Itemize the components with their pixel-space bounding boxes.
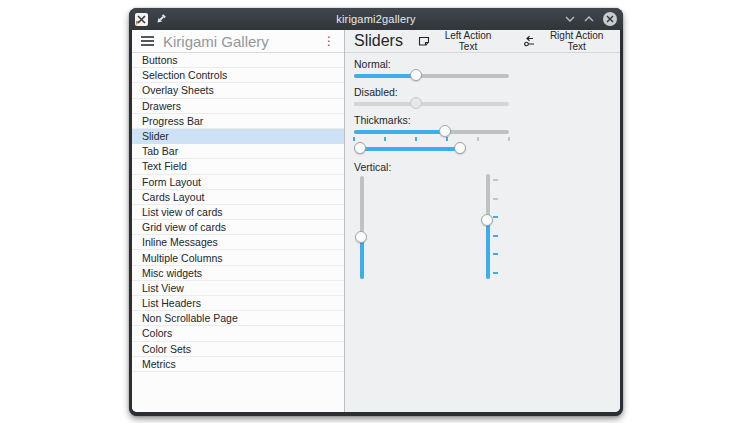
sidebar-item-list-view-of-cards[interactable]: List view of cards <box>132 205 344 220</box>
slider-track <box>357 147 465 151</box>
window-title: kirigami2gallery <box>129 13 623 25</box>
range-handle-low[interactable] <box>354 142 366 154</box>
sidebar-item-progress-bar[interactable]: Progress Bar <box>132 114 344 129</box>
tick-marks <box>354 136 509 141</box>
tick-mark <box>493 216 498 218</box>
slider-handle[interactable] <box>355 231 367 243</box>
page-title: Sliders <box>354 32 403 50</box>
sidebar-item-list-headers[interactable]: List Headers <box>132 296 344 311</box>
main-pane: Sliders Left Action Text Right <box>345 30 620 412</box>
slider-handle[interactable] <box>410 69 422 81</box>
close-icon[interactable] <box>603 12 617 26</box>
sidebar-item-text-field[interactable]: Text Field <box>132 159 344 174</box>
sidebar-item-cards-layout[interactable]: Cards Layout <box>132 190 344 205</box>
tick-mark <box>493 235 498 237</box>
sidebar-list: ButtonsSelection ControlsOverlay SheetsD… <box>132 53 344 412</box>
tick-mark <box>493 179 498 181</box>
sliders-page: Normal: Disabled: Thickmarks: <box>345 53 620 412</box>
sidebar-item-misc-widgets[interactable]: Misc widgets <box>132 266 344 281</box>
sidebar-item-colors[interactable]: Colors <box>132 326 344 341</box>
thickmarks-slider[interactable] <box>354 125 509 139</box>
sidebar-item-form-layout[interactable]: Form Layout <box>132 175 344 190</box>
sidebar-header: Kirigami Gallery ⋮ <box>132 30 344 53</box>
chevron-down-icon[interactable] <box>565 16 575 22</box>
sidebar-title: Kirigami Gallery <box>163 33 314 50</box>
sidebar-item-drawers[interactable]: Drawers <box>132 99 344 114</box>
vertical-label: Vertical: <box>354 161 391 173</box>
sidebar: Kirigami Gallery ⋮ ButtonsSelection Cont… <box>132 30 345 412</box>
app-icon[interactable] <box>135 13 148 26</box>
tick-mark <box>384 137 386 141</box>
app-window: kirigami2gallery Kirigami <box>129 8 623 416</box>
tick-mark <box>477 137 479 141</box>
tick-marks <box>492 180 498 273</box>
range-slider[interactable] <box>354 142 468 156</box>
slider-fill <box>354 74 417 78</box>
sidebar-item-list-view[interactable]: List View <box>132 281 344 296</box>
sidebar-item-tab-bar[interactable]: Tab Bar <box>132 144 344 159</box>
disabled-slider <box>354 97 509 111</box>
tick-mark <box>508 137 510 141</box>
vertical-slider-left[interactable] <box>355 176 369 279</box>
sidebar-item-non-scrollable-page[interactable]: Non Scrollable Page <box>132 311 344 326</box>
sidebar-item-color-sets[interactable]: Color Sets <box>132 342 344 357</box>
tick-mark <box>353 137 355 141</box>
tick-mark <box>493 272 498 274</box>
adjust-icon <box>523 35 535 47</box>
chevron-up-icon[interactable] <box>584 16 594 22</box>
tick-mark <box>493 198 498 200</box>
sidebar-item-overlay-sheets[interactable]: Overlay Sheets <box>132 83 344 98</box>
tick-mark <box>446 137 448 141</box>
slider-fill <box>486 219 490 279</box>
slider-handle <box>410 97 422 109</box>
right-action-label: Right Action Text <box>540 30 613 52</box>
left-action-label: Left Action Text <box>435 30 501 52</box>
pin-icon[interactable] <box>155 13 167 25</box>
titlebar[interactable]: kirigami2gallery <box>129 8 623 30</box>
sidebar-item-metrics[interactable]: Metrics <box>132 357 344 372</box>
tick-mark <box>415 137 417 141</box>
range-handle-high[interactable] <box>454 142 466 154</box>
sidebar-item-inline-messages[interactable]: Inline Messages <box>132 235 344 250</box>
sidebar-item-buttons[interactable]: Buttons <box>132 53 344 68</box>
overflow-menu-icon[interactable]: ⋮ <box>323 35 335 47</box>
normal-slider[interactable] <box>354 69 509 83</box>
right-action-button[interactable]: Right Action Text <box>516 30 620 54</box>
sidebar-item-slider[interactable]: Slider <box>132 129 344 144</box>
tick-mark <box>493 253 498 255</box>
folder-icon <box>418 35 430 47</box>
left-action-button[interactable]: Left Action Text <box>411 30 508 54</box>
sidebar-item-multiple-columns[interactable]: Multiple Columns <box>132 250 344 265</box>
menu-icon[interactable] <box>141 36 154 46</box>
slider-fill <box>354 102 417 106</box>
sidebar-item-grid-view-of-cards[interactable]: Grid view of cards <box>132 220 344 235</box>
sidebar-item-selection-controls[interactable]: Selection Controls <box>132 68 344 83</box>
slider-handle[interactable] <box>439 125 451 137</box>
page-header: Sliders Left Action Text Right <box>345 30 620 53</box>
slider-fill <box>354 130 446 134</box>
vertical-slider-right[interactable] <box>481 174 495 279</box>
